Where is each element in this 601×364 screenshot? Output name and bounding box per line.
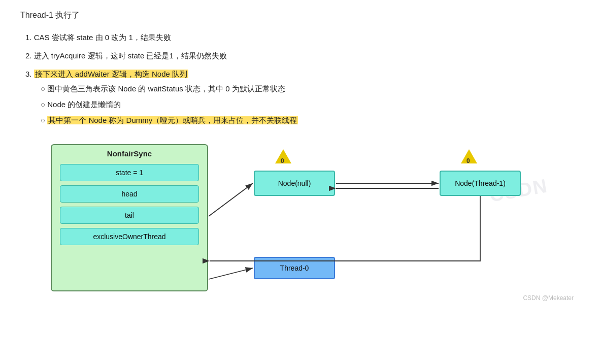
sub-item-3: 其中第一个 Node 称为 Dummy（哑元）或哨兵，用来占位，并不关联线程 bbox=[41, 113, 581, 127]
list-text-1: CAS 尝试将 state 由 0 改为 1，结果失败 bbox=[34, 33, 171, 42]
thread0-box: Thread-0 bbox=[254, 257, 335, 279]
list-item-2: 2. 进入 tryAcquire 逻辑，这时 state 已经是1，结果仍然失败 bbox=[25, 48, 581, 63]
node-null-box: Node(null) bbox=[254, 171, 335, 196]
waitstatus-label-2: 0 bbox=[466, 157, 470, 164]
field-tail: tail bbox=[60, 207, 199, 224]
svg-line-6 bbox=[209, 268, 253, 279]
field-exclusive: exclusiveOwnerThread bbox=[60, 228, 199, 245]
sub-item-2: Node 的创建是懒惰的 bbox=[41, 97, 581, 111]
node-thread1-label: Node(Thread-1) bbox=[455, 179, 506, 187]
list-item-3: 3. 接下来进入 addWaiter 逻辑，构造 Node 队列 图中黄色三角表… bbox=[25, 67, 581, 127]
list-index-3: 3. bbox=[25, 70, 34, 78]
thread0-label: Thread-0 bbox=[280, 264, 309, 272]
node-null-label: Node(null) bbox=[278, 179, 311, 187]
node-thread1-box: Node(Thread-1) bbox=[440, 171, 521, 196]
nonfairsync-box: NonfairSync state = 1 head tail exclusiv… bbox=[51, 144, 208, 291]
page-title: Thread-1 执行了 bbox=[20, 10, 581, 21]
field-head: head bbox=[60, 185, 199, 203]
main-list: 1. CAS 尝试将 state 由 0 改为 1，结果失败 2. 进入 try… bbox=[25, 30, 581, 127]
svg-line-3 bbox=[209, 183, 253, 216]
csdn-credit: CSDN @Mekeater bbox=[523, 294, 574, 302]
sub-item-3-text: 其中第一个 Node 称为 Dummy（哑元）或哨兵，用来占位，并不关联线程 bbox=[47, 116, 298, 124]
field-state: state = 1 bbox=[60, 164, 199, 181]
list-index-1: 1. bbox=[25, 33, 34, 42]
sub-item-1: 图中黄色三角表示该 Node 的 waitStatus 状态，其中 0 为默认正… bbox=[41, 82, 581, 95]
sub-list: 图中黄色三角表示该 Node 的 waitStatus 状态，其中 0 为默认正… bbox=[41, 82, 581, 127]
diagram: CSDN NonfairSync state = 1 head tail exc… bbox=[20, 139, 579, 302]
waitstatus-label-1: 0 bbox=[281, 157, 284, 164]
list-index-2: 2. bbox=[25, 51, 34, 60]
nonfairsync-title: NonfairSync bbox=[52, 145, 207, 160]
list-text-2: 进入 tryAcquire 逻辑，这时 state 已经是1，结果仍然失败 bbox=[34, 51, 227, 60]
list-text-3: 接下来进入 addWaiter 逻辑，构造 Node 队列 bbox=[34, 70, 188, 78]
list-item-1: 1. CAS 尝试将 state 由 0 改为 1，结果失败 bbox=[25, 30, 581, 45]
